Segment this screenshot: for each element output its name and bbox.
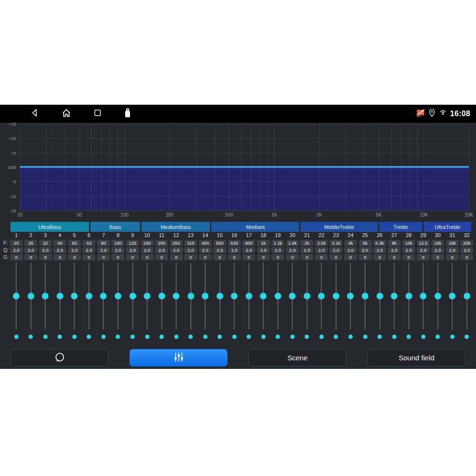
- freq-chip[interactable]: 32: [39, 240, 52, 246]
- slider-knob[interactable]: [71, 293, 78, 299]
- freq-chip[interactable]: 10k: [402, 240, 415, 246]
- q-chip[interactable]: 2.0: [170, 247, 183, 253]
- gain-chip[interactable]: 0: [10, 254, 23, 260]
- q-chip[interactable]: 2.0: [213, 247, 226, 253]
- eq-slider[interactable]: [67, 263, 82, 329]
- eq-slider[interactable]: [227, 263, 242, 329]
- gain-chip[interactable]: 0: [82, 254, 95, 260]
- gain-chip[interactable]: 0: [53, 254, 66, 260]
- eq-slider[interactable]: [358, 263, 373, 329]
- gain-chip[interactable]: 0: [257, 254, 270, 260]
- band-segment-ultrabass[interactable]: UltraBass: [10, 222, 89, 232]
- slider-knob[interactable]: [289, 293, 296, 299]
- freq-chip[interactable]: 63: [82, 240, 95, 246]
- q-chip[interactable]: 2.0: [388, 247, 401, 253]
- slider-knob[interactable]: [42, 293, 49, 299]
- gain-chip[interactable]: 0: [155, 254, 168, 260]
- channel-dot[interactable]: [218, 335, 222, 339]
- gain-chip[interactable]: 0: [460, 254, 473, 260]
- gain-chip[interactable]: 0: [446, 254, 459, 260]
- eq-slider[interactable]: [314, 263, 329, 329]
- gain-chip[interactable]: 0: [170, 254, 183, 260]
- channel-dot[interactable]: [261, 335, 266, 339]
- eq-slider[interactable]: [38, 263, 53, 329]
- slider-knob[interactable]: [129, 293, 136, 299]
- q-chip[interactable]: 2.0: [24, 247, 37, 253]
- channel-dot[interactable]: [450, 335, 455, 339]
- gain-chip[interactable]: 0: [300, 254, 313, 260]
- reset-button[interactable]: [10, 349, 109, 367]
- gain-chip[interactable]: 0: [39, 254, 52, 260]
- gain-chip[interactable]: 0: [97, 254, 110, 260]
- q-chip[interactable]: 2.0: [373, 247, 386, 253]
- band-segment-ultratreble[interactable]: UltraTreble: [424, 222, 471, 232]
- eq-slider[interactable]: [343, 263, 358, 329]
- q-chip[interactable]: 2.0: [446, 247, 459, 253]
- slider-knob[interactable]: [115, 293, 121, 299]
- home-icon[interactable]: [61, 108, 72, 120]
- slider-knob[interactable]: [231, 293, 238, 299]
- sound-field-button[interactable]: Sound field: [367, 349, 466, 367]
- channel-dot[interactable]: [290, 335, 295, 339]
- q-chip[interactable]: 2.0: [10, 247, 23, 253]
- slider-knob[interactable]: [144, 293, 150, 299]
- gain-chip[interactable]: 0: [24, 254, 37, 260]
- gain-chip[interactable]: 0: [213, 254, 226, 260]
- eq-slider[interactable]: [430, 263, 445, 329]
- eq-slider[interactable]: [285, 263, 300, 329]
- channel-dot[interactable]: [145, 335, 149, 339]
- q-chip[interactable]: 2.0: [141, 247, 154, 253]
- gain-chip[interactable]: 0: [286, 254, 299, 260]
- channel-dot[interactable]: [43, 335, 48, 339]
- freq-chip[interactable]: 50: [68, 240, 81, 246]
- freq-chip[interactable]: 8k: [388, 240, 401, 246]
- q-chip[interactable]: 2.0: [271, 247, 284, 253]
- eq-slider[interactable]: [24, 263, 39, 329]
- scene-button[interactable]: Scene: [248, 349, 347, 367]
- q-chip[interactable]: 2.0: [344, 247, 357, 253]
- q-chip[interactable]: 2.0: [300, 247, 313, 253]
- channel-dot[interactable]: [14, 335, 19, 339]
- slider-knob[interactable]: [202, 293, 208, 299]
- eq-slider[interactable]: [96, 263, 111, 329]
- channel-dot[interactable]: [116, 335, 120, 339]
- gain-chip[interactable]: 0: [431, 254, 444, 260]
- channel-dot[interactable]: [465, 335, 469, 339]
- channel-dot[interactable]: [232, 335, 237, 339]
- channel-dot[interactable]: [159, 335, 164, 339]
- q-chip[interactable]: 2.0: [460, 247, 473, 253]
- gain-chip[interactable]: 0: [388, 254, 401, 260]
- eq-slider[interactable]: [445, 263, 460, 329]
- slider-knob[interactable]: [275, 293, 281, 299]
- eq-slider[interactable]: [53, 263, 68, 329]
- freq-chip[interactable]: 315: [184, 240, 197, 246]
- eq-slider[interactable]: [271, 263, 286, 329]
- q-chip[interactable]: 2.0: [431, 247, 444, 253]
- freq-chip[interactable]: 40: [53, 240, 66, 246]
- eq-slider[interactable]: [256, 263, 271, 329]
- channel-dot[interactable]: [203, 335, 208, 339]
- freq-chip[interactable]: 20: [10, 240, 23, 246]
- band-segment-middletreble[interactable]: MiddleTreble: [300, 222, 377, 232]
- slider-knob[interactable]: [13, 293, 20, 299]
- q-chip[interactable]: 2.0: [126, 247, 139, 253]
- eq-slider[interactable]: [212, 263, 227, 329]
- freq-chip[interactable]: 800: [242, 240, 255, 246]
- channel-dot[interactable]: [363, 335, 367, 339]
- usb-icon[interactable]: [123, 108, 132, 120]
- freq-chip[interactable]: 3.1k: [329, 240, 342, 246]
- gain-chip[interactable]: 0: [417, 254, 430, 260]
- freq-chip[interactable]: 20k: [460, 240, 473, 246]
- eq-slider[interactable]: [9, 263, 24, 329]
- channel-dot[interactable]: [421, 335, 426, 339]
- channel-dot[interactable]: [130, 335, 135, 339]
- channel-dot[interactable]: [334, 335, 338, 339]
- freq-chip[interactable]: 400: [199, 240, 212, 246]
- q-chip[interactable]: 2.0: [82, 247, 95, 253]
- freq-chip[interactable]: 12.5: [417, 240, 430, 246]
- channel-dot[interactable]: [407, 335, 411, 339]
- gain-chip[interactable]: 0: [199, 254, 212, 260]
- freq-chip[interactable]: 5k: [359, 240, 372, 246]
- freq-chip[interactable]: 1.2k: [271, 240, 284, 246]
- eq-slider[interactable]: [459, 263, 474, 329]
